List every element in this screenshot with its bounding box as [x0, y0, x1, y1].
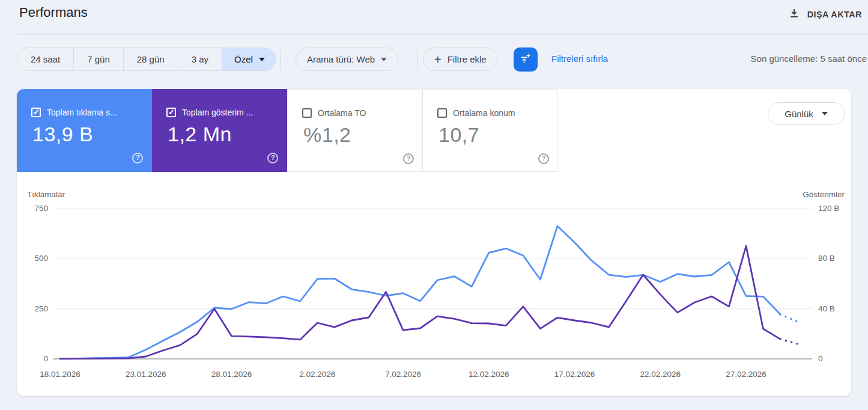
export-label: DIŞA AKTAR: [807, 10, 862, 19]
right-axis-title: Gösterimler: [803, 190, 845, 199]
export-button[interactable]: DIŞA AKTAR: [783, 5, 867, 23]
help-icon[interactable]: [538, 153, 549, 164]
help-icon[interactable]: [403, 153, 414, 164]
x-axis-tick: 22.02.2026: [630, 370, 690, 379]
granularity-dropdown[interactable]: Günlük: [768, 102, 845, 125]
right-axis-tick: 0: [818, 354, 823, 363]
search-type-label: Arama türü: Web: [307, 54, 375, 64]
filter-settings-button[interactable]: [514, 47, 538, 72]
x-axis-tick: 23.01.2026: [116, 370, 176, 379]
left-axis-tick: 500: [17, 254, 48, 263]
reset-filters-link[interactable]: Filtreleri sıfırla: [551, 54, 608, 64]
toolbar-divider: [417, 49, 417, 70]
card-header: Toplam gösterim ...: [166, 108, 253, 117]
card-header: Ortalama TO: [302, 108, 366, 118]
x-axis-tick: 27.02.2026: [716, 370, 776, 379]
chevron-down-icon: [822, 112, 828, 115]
download-icon: [788, 7, 800, 21]
metric-value: %1,2: [303, 123, 351, 147]
range-custom-button[interactable]: Özel: [222, 48, 276, 70]
right-axis-tick: 80 B: [818, 254, 835, 263]
performance-page: Performans DIŞA AKTAR 24 saat 7 gün 28 g…: [0, 0, 868, 410]
last-update-text: Son güncelleme: 5 saat önce: [751, 54, 867, 64]
header-divider: [17, 34, 868, 35]
add-filter-button[interactable]: + Filtre ekle: [423, 47, 498, 71]
series-line-Gösterimler (B): [780, 339, 798, 344]
series-line-Tıklamalar: [780, 314, 798, 322]
help-icon[interactable]: [267, 153, 278, 164]
right-axis-tick: 40 B: [818, 304, 835, 313]
left-axis-tick: 250: [17, 304, 48, 313]
series-line-Gösterimler (B): [60, 246, 780, 359]
metric-card-average-ctr[interactable]: Ortalama TO %1,2: [287, 89, 422, 172]
metric-value: 13,9 B: [32, 123, 93, 146]
checkbox-checked-icon[interactable]: [166, 108, 176, 117]
range-3m-button[interactable]: 3 ay: [178, 48, 222, 70]
metric-label: Ortalama TO: [318, 108, 366, 118]
toolbar-divider: [280, 49, 281, 70]
toolbar: 24 saat 7 gün 28 gün 3 ay Özel Arama tür…: [0, 47, 868, 72]
tune-sparkle-icon: [519, 52, 532, 67]
checkbox-unchecked-icon[interactable]: [302, 108, 312, 118]
right-axis-tick: 120 B: [818, 204, 839, 213]
chart-svg[interactable]: [53, 204, 812, 361]
range-28d-button[interactable]: 28 gün: [123, 48, 178, 70]
metric-value: 1,2 Mn: [168, 123, 232, 146]
x-axis-tick: 18.01.2026: [30, 370, 90, 379]
add-filter-label: Filtre ekle: [448, 54, 487, 64]
chevron-down-icon: [381, 58, 387, 61]
plus-icon: +: [434, 54, 442, 66]
range-custom-label: Özel: [234, 54, 253, 64]
x-axis-tick: 7.02.2026: [373, 370, 433, 379]
page-title: Performans: [19, 5, 88, 20]
search-type-dropdown[interactable]: Arama türü: Web: [296, 47, 398, 71]
metric-label: Toplam tıklama s...: [47, 108, 117, 117]
help-icon[interactable]: [132, 153, 143, 164]
left-axis-tick: 0: [17, 354, 48, 363]
metric-label: Ortalama konum: [453, 108, 515, 118]
x-axis-tick: 12.02.2026: [459, 370, 519, 379]
range-7d-button[interactable]: 7 gün: [73, 48, 123, 70]
metric-label: Toplam gösterim ...: [182, 108, 253, 117]
performance-panel: Toplam tıklama s... 13,9 B Toplam göster…: [17, 89, 851, 396]
checkbox-unchecked-icon[interactable]: [437, 108, 447, 118]
series-line-Tıklamalar: [60, 226, 780, 358]
metric-card-total-impressions[interactable]: Toplam gösterim ... 1,2 Mn: [152, 89, 287, 172]
metric-value: 10,7: [439, 123, 479, 147]
left-axis-tick: 750: [17, 204, 48, 213]
metric-card-average-position[interactable]: Ortalama konum 10,7: [422, 89, 557, 172]
range-24h-button[interactable]: 24 saat: [17, 48, 73, 70]
left-axis-title: Tıklamalar: [27, 190, 65, 199]
card-header: Ortalama konum: [437, 108, 515, 118]
x-axis-tick: 2.02.2026: [287, 370, 347, 379]
x-axis-tick: 17.02.2026: [545, 370, 605, 379]
date-range-control: 24 saat 7 gün 28 gün 3 ay Özel: [17, 47, 276, 71]
card-header: Toplam tıklama s...: [31, 108, 117, 117]
chevron-down-icon: [259, 58, 265, 61]
granularity-label: Günlük: [785, 109, 813, 119]
checkbox-checked-icon[interactable]: [31, 108, 41, 117]
metric-card-total-clicks[interactable]: Toplam tıklama s... 13,9 B: [17, 89, 152, 172]
x-axis-tick: 28.01.2026: [202, 370, 262, 379]
